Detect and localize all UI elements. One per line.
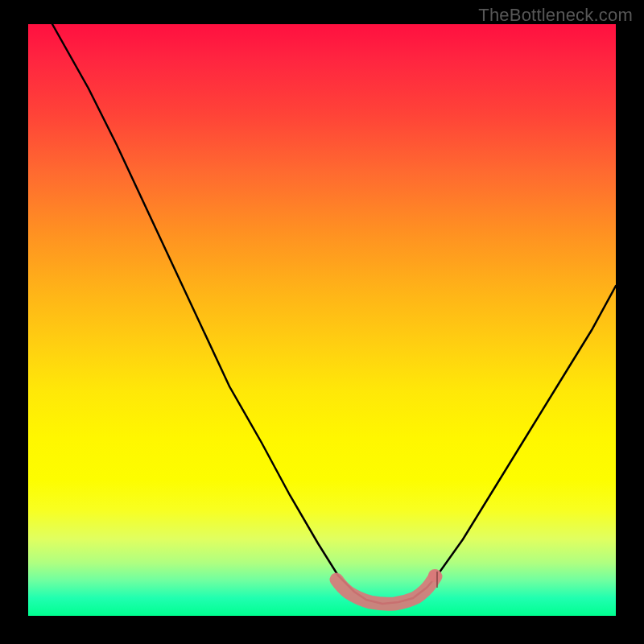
chart-plot-area [28,24,616,616]
watermark-text: TheBottleneck.com [478,5,633,26]
minimum-band-end-dot [428,569,441,582]
chart-svg [28,24,616,616]
bottleneck-curve-line [52,24,616,604]
minimum-band-marker [336,576,436,604]
